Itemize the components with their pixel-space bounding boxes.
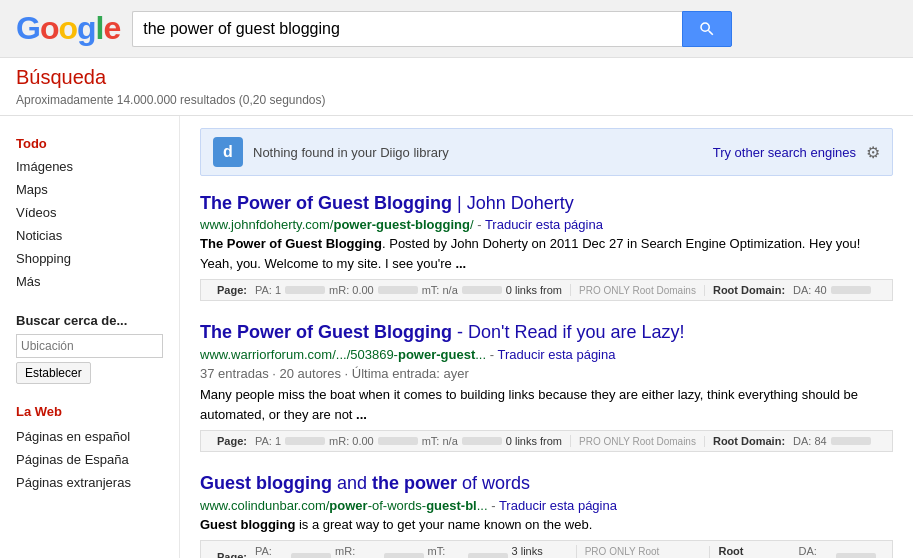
sidebar-item-todo[interactable]: Todo (16, 132, 163, 155)
result-3-metrics: Page: PA: 19 mR: 3.64 mT: n/a 3 links fr… (200, 540, 893, 558)
result-2-extra: 37 entradas · 20 autores · Última entrad… (200, 364, 893, 384)
gear-icon[interactable]: ⚙ (866, 143, 880, 162)
metric-page-group: Page: PA: 1 mR: 0.00 mT: n/a 0 links fro… (209, 284, 571, 296)
result-1-title[interactable]: The Power of Guest Blogging | John Doher… (200, 193, 574, 213)
result-1-translate[interactable]: Traducir esta página (485, 217, 603, 232)
pa-bar (285, 286, 325, 294)
diigo-other-engines-link[interactable]: Try other search engines (713, 145, 856, 160)
sidebar-item-maps[interactable]: Maps (16, 178, 163, 201)
metric-page-group-2: Page: PA: 1 mR: 0.00 mT: n/a 0 links fro… (209, 435, 571, 447)
sidebar: Todo Imágenes Maps Vídeos Noticias Shopp… (0, 116, 180, 558)
metric-proonly-group-3: PRO ONLY Root Domains (577, 546, 711, 558)
sidebar-item-espanol[interactable]: Páginas en español (16, 425, 163, 448)
metric-rootdomain-group-3: Root Domain: DA: 26 (710, 545, 884, 558)
search-icon (698, 20, 716, 38)
da-bar (831, 286, 871, 294)
da-bar-3 (836, 553, 876, 558)
result-3-translate[interactable]: Traducir esta página (499, 498, 617, 513)
result-count: Aproximadamente 14.000.000 resultados (0… (16, 93, 897, 107)
result-3-title[interactable]: Guest blogging and the power of words (200, 473, 530, 493)
mr-bar-2 (378, 437, 418, 445)
location-input[interactable] (16, 334, 163, 358)
result-3-url: www.colindunbar.com/power-of-words-guest… (200, 498, 893, 513)
sidebar-web-label: La Web (16, 404, 163, 419)
sidebar-item-videos[interactable]: Vídeos (16, 201, 163, 224)
search-input[interactable] (132, 11, 682, 47)
diigo-bar: d Nothing found in your Diigo library Tr… (200, 128, 893, 176)
google-logo: Google (16, 10, 120, 47)
diigo-not-found: Nothing found in your Diigo library (253, 145, 703, 160)
sidebar-search-near: Buscar cerca de... Establecer (16, 313, 163, 384)
result-2-translate[interactable]: Traducir esta página (497, 347, 615, 362)
sub-header: Búsqueda Aproximadamente 14.000.000 resu… (0, 58, 913, 116)
sidebar-item-shopping[interactable]: Shopping (16, 247, 163, 270)
mr-bar-3 (384, 553, 424, 558)
search-button[interactable] (682, 11, 732, 47)
page-title: Búsqueda (16, 66, 897, 89)
main-layout: Todo Imágenes Maps Vídeos Noticias Shopp… (0, 116, 913, 558)
sidebar-item-mas[interactable]: Más (16, 270, 163, 293)
result-1-url: www.johnfdoherty.com/power-guest-bloggin… (200, 217, 893, 232)
sidebar-web-section: La Web Páginas en español Páginas de Esp… (16, 404, 163, 494)
result-1-metrics: Page: PA: 1 mR: 0.00 mT: n/a 0 links fro… (200, 279, 893, 301)
sidebar-item-espana[interactable]: Páginas de España (16, 448, 163, 471)
results-area: d Nothing found in your Diigo library Tr… (180, 116, 913, 558)
metric-rootdomain-group: Root Domain: DA: 40 (705, 284, 879, 296)
metric-rootdomain-group-2: Root Domain: DA: 84 (705, 435, 879, 447)
establecer-button[interactable]: Establecer (16, 362, 91, 384)
result-2-metrics: Page: PA: 1 mR: 0.00 mT: n/a 0 links fro… (200, 430, 893, 452)
sidebar-nav: Todo Imágenes Maps Vídeos Noticias Shopp… (16, 132, 163, 293)
sidebar-item-noticias[interactable]: Noticias (16, 224, 163, 247)
sidebar-item-extranjeras[interactable]: Páginas extranjeras (16, 471, 163, 494)
da-bar-2 (831, 437, 871, 445)
result-2-url: www.warriorforum.com/.../503869-power-gu… (200, 347, 893, 362)
mt-bar (462, 286, 502, 294)
metric-page-group-3: Page: PA: 19 mR: 3.64 mT: n/a 3 links fr… (209, 545, 577, 558)
result-item-2: The Power of Guest Blogging - Don't Read… (200, 321, 893, 452)
pa-bar-2 (285, 437, 325, 445)
result-3-snippet: Guest blogging is a great way to get you… (200, 515, 893, 535)
mt-bar-3 (468, 553, 508, 558)
result-item-1: The Power of Guest Blogging | John Doher… (200, 192, 893, 301)
mt-bar-2 (462, 437, 502, 445)
diigo-icon: d (213, 137, 243, 167)
search-bar (132, 11, 732, 47)
metric-proonly-group-2: PRO ONLY Root Domains (571, 436, 705, 447)
pa-bar-3 (291, 553, 331, 558)
result-item-3: Guest blogging and the power of words ww… (200, 472, 893, 558)
result-2-title[interactable]: The Power of Guest Blogging - Don't Read… (200, 322, 685, 342)
sidebar-item-imagenes[interactable]: Imágenes (16, 155, 163, 178)
header: Google (0, 0, 913, 58)
result-1-snippet: The Power of Guest Blogging. Posted by J… (200, 234, 893, 273)
mr-bar (378, 286, 418, 294)
metric-proonly-group: PRO ONLY Root Domains (571, 285, 705, 296)
sidebar-search-near-label: Buscar cerca de... (16, 313, 163, 328)
result-2-snippet: Many people miss the boat when it comes … (200, 385, 893, 424)
